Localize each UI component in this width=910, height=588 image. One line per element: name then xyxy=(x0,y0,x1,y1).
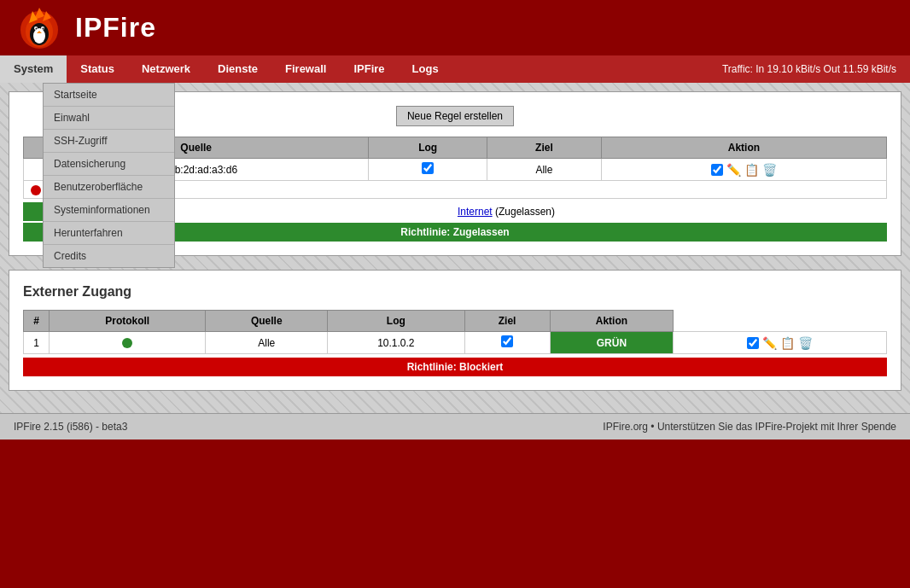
nav-netzwerk[interactable]: Netzwerk xyxy=(128,55,204,83)
traffic-info: Traffic: In 19.10 kBit/s Out 11.59 kBit/… xyxy=(722,63,910,75)
copy-icon-2[interactable]: 📋 xyxy=(780,336,795,350)
svg-point-10 xyxy=(43,28,44,30)
policy-internet: Internet (Zugelassen) xyxy=(125,202,887,221)
rules-table-2: # Protokoll Quelle Log Ziel Aktion 1 All… xyxy=(23,310,887,354)
nav-system[interactable]: System xyxy=(0,55,67,83)
col-quelle2: Quelle xyxy=(206,311,328,332)
row-dot xyxy=(50,332,206,354)
quelle-cell: 10.1.0.2 xyxy=(328,332,464,354)
row-num: 1 xyxy=(24,332,50,354)
new-rule-button[interactable]: Neue Regel erstellen xyxy=(396,106,514,126)
delete-icon[interactable]: 🗑️ xyxy=(762,163,777,177)
edit-icon-2[interactable]: ✏️ xyxy=(762,336,777,350)
col-log: Log xyxy=(369,137,487,159)
status-dot-green xyxy=(122,338,132,348)
menu-einwahl[interactable]: Einwahl xyxy=(44,107,174,130)
col-log2: Log xyxy=(328,311,464,332)
col-ziel: Ziel xyxy=(487,137,601,159)
footer-version: IPFire 2.15 (i586) - beta3 xyxy=(14,421,127,433)
svg-point-9 xyxy=(36,28,38,30)
app-title: IPFire xyxy=(75,12,156,44)
copy-icon[interactable]: 📋 xyxy=(744,163,759,177)
log-cell xyxy=(369,159,487,181)
action-cell2: ✏️ 📋 🗑️ xyxy=(674,332,887,354)
menu-herunterfahren[interactable]: Herunterfahren xyxy=(44,222,174,245)
ziel-cell: Alle xyxy=(487,159,601,181)
action-icons-2: ✏️ 📋 🗑️ xyxy=(680,336,879,350)
policy-bar-2: Richtlinie: Blockiert xyxy=(23,358,887,376)
footer-donate: IPFire.org • Unterstützen Sie das IPFire… xyxy=(603,421,896,433)
navbar: System Status Netzwerk Dienste Firewall … xyxy=(0,55,910,83)
action-icons: ✏️ 📋 🗑️ xyxy=(609,163,879,177)
action-cell: ✏️ 📋 🗑️ xyxy=(601,159,886,181)
system-dropdown: Startseite Einwahl SSH-Zugriff Datensich… xyxy=(43,83,175,268)
enable-checkbox[interactable] xyxy=(711,164,723,176)
section-title: Externer Zugang xyxy=(23,284,887,300)
col-protokoll: Protokoll xyxy=(50,311,206,332)
menu-ssh[interactable]: SSH-Zugriff xyxy=(44,130,174,153)
svg-point-6 xyxy=(33,28,45,44)
menu-startseite[interactable]: Startseite xyxy=(44,84,174,107)
menu-datensicherung[interactable]: Datensicherung xyxy=(44,153,174,176)
nav-logs[interactable]: Logs xyxy=(399,55,452,83)
menu-benutzeroberflaeche[interactable]: Benutzeroberfläche xyxy=(44,176,174,199)
nav-status[interactable]: Status xyxy=(67,55,128,83)
header: IPFire xyxy=(0,0,910,55)
enable-checkbox-2[interactable] xyxy=(747,337,759,349)
logo-icon xyxy=(14,4,65,51)
nav-firewall[interactable]: Firewall xyxy=(271,55,340,83)
internet-link[interactable]: Internet xyxy=(458,206,493,218)
menu-credits[interactable]: Credits xyxy=(44,245,174,267)
status-dot-red xyxy=(31,185,41,195)
ziel-gruen: GRÜN xyxy=(550,332,673,354)
col-ziel2: Ziel xyxy=(464,311,550,332)
nav-ipfire[interactable]: IPFire xyxy=(340,55,398,83)
edit-icon[interactable]: ✏️ xyxy=(726,163,741,177)
col-aktion2: Aktion xyxy=(550,311,673,332)
footer: IPFire 2.15 (i586) - beta3 IPFire.org • … xyxy=(0,413,910,440)
col-aktion: Aktion xyxy=(601,137,886,159)
log-checkbox[interactable] xyxy=(422,162,434,174)
nav-dienste[interactable]: Dienste xyxy=(204,55,271,83)
table-row: 1 Alle 10.1.0.2 GRÜN ✏️ 📋 xyxy=(24,332,887,354)
menu-systeminformationen[interactable]: Systeminformationen xyxy=(44,199,174,222)
externer-zugang-panel: Externer Zugang # Protokoll Quelle Log Z… xyxy=(9,270,901,391)
policy-text-suffix: (Zugelassen) xyxy=(495,206,555,218)
log-cell2 xyxy=(464,332,550,354)
delete-icon-2[interactable]: 🗑️ xyxy=(798,336,813,350)
col-num: # xyxy=(24,311,50,332)
log-checkbox-2[interactable] xyxy=(501,335,513,347)
protokoll-cell: Alle xyxy=(206,332,328,354)
